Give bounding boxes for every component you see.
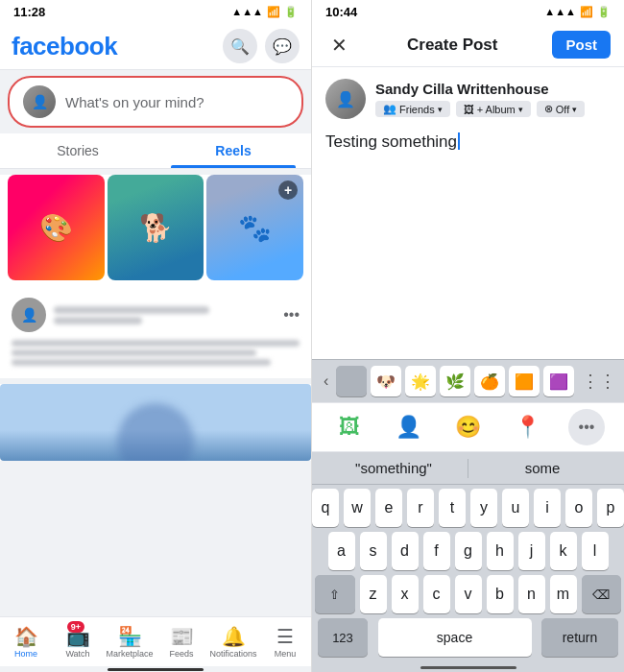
- emoji-key-4[interactable]: 🍊: [474, 366, 505, 396]
- key-z[interactable]: z: [360, 575, 387, 613]
- create-post-user-info: 👤 Sandy Cilla Writtenhouse 👥 Friends ▾ 🖼…: [312, 67, 624, 125]
- key-g[interactable]: g: [455, 532, 482, 570]
- status-icons-left: ▲▲▲ 📶 🔋: [231, 6, 298, 18]
- cp-user-avatar: 👤: [325, 79, 366, 119]
- key-r[interactable]: r: [407, 489, 434, 527]
- key-l[interactable]: l: [582, 532, 609, 570]
- reel-item-3[interactable]: 🐾 +: [206, 175, 303, 280]
- key-q[interactable]: q: [312, 489, 339, 527]
- key-a[interactable]: a: [328, 532, 355, 570]
- feed-lines-1: [54, 303, 276, 327]
- nav-home[interactable]: 🏠 Home: [0, 617, 52, 666]
- close-button[interactable]: ✕: [325, 34, 352, 57]
- emoji-key-6[interactable]: 🟪: [543, 366, 574, 396]
- battery-icon-right: 🔋: [597, 6, 611, 18]
- pill-album-label: + Album: [477, 104, 516, 115]
- search-icon: 🔍: [230, 37, 250, 56]
- watch-badge: 9+: [67, 621, 84, 633]
- key-m[interactable]: m: [550, 575, 577, 613]
- emoji-key-3[interactable]: 🌿: [440, 366, 470, 396]
- key-d[interactable]: d: [392, 532, 419, 570]
- pill-friends-label: Friends: [399, 104, 435, 115]
- key-y[interactable]: y: [470, 489, 497, 527]
- emoji-key-5[interactable]: 🟧: [509, 366, 540, 396]
- key-backspace[interactable]: ⌫: [582, 575, 622, 613]
- user-avatar: 👤: [23, 85, 56, 118]
- key-f[interactable]: f: [423, 532, 450, 570]
- nav-menu[interactable]: ☰ Menu: [259, 617, 311, 666]
- cp-pill-off[interactable]: ⊗ Off ▾: [537, 101, 585, 117]
- feed-text-3: [12, 359, 271, 366]
- photo-action-button[interactable]: 🖼: [331, 409, 368, 445]
- key-s[interactable]: s: [360, 532, 387, 570]
- nav-watch-label: Watch: [65, 649, 89, 659]
- key-b[interactable]: b: [487, 575, 514, 613]
- post-text-area[interactable]: Testing something: [312, 125, 624, 359]
- feeds-icon: 📰: [170, 625, 194, 648]
- messenger-button[interactable]: 💬: [265, 29, 300, 63]
- action-bar: 🖼 👤 😊 📍 •••: [312, 402, 624, 452]
- status-bar-left: 11:28 ▲▲▲ 📶 🔋: [0, 0, 311, 23]
- key-w[interactable]: w: [344, 489, 371, 527]
- signal-icon: ▲▲▲: [231, 6, 263, 17]
- post-button[interactable]: Post: [552, 31, 611, 59]
- emoji-key-2[interactable]: 🌟: [405, 366, 436, 396]
- nav-menu-label: Menu: [275, 649, 297, 659]
- keyboard-row-4: 123 space return: [315, 618, 621, 660]
- feed-post-1: 👤 •••: [0, 288, 311, 378]
- cp-avatar-icon: 👤: [336, 90, 355, 108]
- reel-item-1[interactable]: 🎨: [8, 175, 105, 280]
- more-actions-button[interactable]: •••: [568, 409, 605, 445]
- emoji-key-1[interactable]: 🐶: [371, 366, 401, 396]
- key-p[interactable]: p: [597, 489, 624, 527]
- suggestion-2[interactable]: some: [468, 456, 616, 480]
- nav-notifications[interactable]: 🔔 Notifications: [207, 617, 259, 666]
- time-right: 10:44: [325, 5, 357, 19]
- emoji-key-blank[interactable]: [336, 366, 367, 396]
- nav-feeds[interactable]: 📰 Feeds: [156, 617, 207, 666]
- feed-image: [0, 384, 311, 461]
- key-h[interactable]: h: [487, 532, 514, 570]
- key-shift[interactable]: ⇧: [315, 575, 355, 613]
- key-j[interactable]: j: [518, 532, 545, 570]
- feed-name-line: [54, 306, 209, 314]
- menu-icon: ☰: [276, 625, 294, 648]
- tag-people-button[interactable]: 👤: [391, 409, 427, 445]
- cp-pill-album[interactable]: 🖼 + Album ▾: [456, 101, 531, 117]
- reel-face-2: 🐕: [108, 175, 204, 280]
- location-button[interactable]: 📍: [509, 409, 545, 445]
- nav-watch[interactable]: 📺 9+ Watch: [52, 617, 104, 666]
- stories-reels-tabs: Stories Reels: [0, 133, 311, 169]
- key-c[interactable]: c: [423, 575, 450, 613]
- feeling-button[interactable]: 😊: [450, 409, 487, 445]
- key-k[interactable]: k: [550, 532, 577, 570]
- nav-marketplace[interactable]: 🏪 Marketplace: [104, 617, 156, 666]
- cp-pill-friends[interactable]: 👥 Friends ▾: [375, 101, 450, 117]
- home-indicator-left: [0, 666, 311, 672]
- key-t[interactable]: t: [439, 489, 466, 527]
- key-return[interactable]: return: [541, 618, 618, 657]
- key-space[interactable]: space: [378, 618, 532, 657]
- key-v[interactable]: v: [455, 575, 482, 613]
- key-u[interactable]: u: [502, 489, 529, 527]
- key-x[interactable]: x: [392, 575, 419, 613]
- nav-marketplace-label: Marketplace: [106, 649, 153, 659]
- battery-icon: 🔋: [284, 6, 298, 18]
- search-button[interactable]: 🔍: [223, 29, 257, 63]
- tab-reels[interactable]: Reels: [156, 133, 311, 168]
- emoji-chevron-left[interactable]: ‹: [320, 369, 332, 394]
- key-123[interactable]: 123: [318, 618, 368, 657]
- suggestion-1[interactable]: "something": [320, 456, 468, 480]
- key-e[interactable]: e: [375, 489, 402, 527]
- feed-more-icon[interactable]: •••: [283, 306, 300, 324]
- key-o[interactable]: o: [565, 489, 592, 527]
- album-arrow: ▾: [518, 105, 523, 114]
- what-on-mind-box[interactable]: 👤 What's on your mind?: [8, 76, 303, 128]
- emoji-grid-button[interactable]: ⋮⋮: [582, 371, 616, 392]
- keyboard-row-2: a s d f g h j k l: [315, 532, 621, 570]
- key-n[interactable]: n: [518, 575, 545, 613]
- key-i[interactable]: i: [534, 489, 561, 527]
- reel-item-2[interactable]: 🐕: [108, 175, 204, 280]
- tab-stories[interactable]: Stories: [0, 133, 156, 168]
- messenger-icon: 💬: [273, 37, 292, 56]
